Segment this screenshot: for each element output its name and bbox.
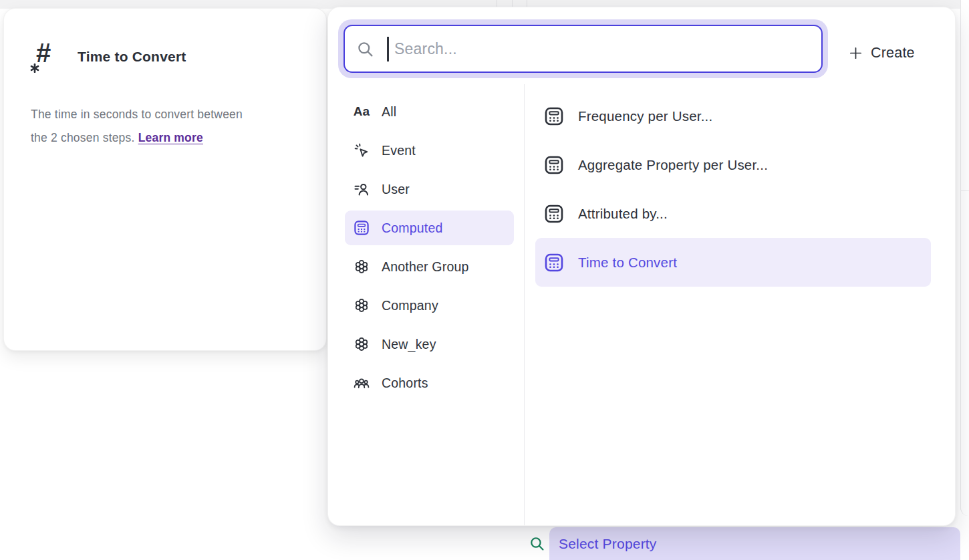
create-button[interactable]: Create: [844, 38, 919, 67]
cursor-click-icon: [354, 142, 370, 158]
item-aggregate-property-per-user[interactable]: Aggregate Property per User...: [535, 140, 931, 189]
plus-icon: [848, 45, 863, 61]
item-frequency-per-user[interactable]: Frequency per User...: [535, 92, 931, 140]
property-select-row: Select Property: [495, 525, 960, 560]
item-attributed-by[interactable]: Attributed by...: [535, 189, 931, 238]
text-aa-icon: Aa: [354, 104, 370, 120]
group-flower-icon: [354, 336, 370, 352]
property-item-list: Frequency per User... Aggregate Property…: [535, 92, 931, 287]
calculator-icon: [354, 220, 370, 236]
group-flower-icon: [354, 259, 370, 275]
calculator-icon: [544, 155, 564, 175]
hash-asterisk-icon: #: [29, 39, 64, 74]
tooltip-description: The time in seconds to convert between t…: [31, 103, 298, 150]
tooltip-title: Time to Convert: [78, 49, 186, 65]
tooltip-card-header: # Time to Convert: [29, 39, 186, 74]
search-icon: [356, 40, 374, 58]
select-property-field[interactable]: Select Property: [549, 527, 960, 560]
search-icon: [529, 535, 545, 552]
select-property-label: Select Property: [559, 536, 657, 552]
text-cursor: [387, 37, 389, 61]
category-computed[interactable]: Computed: [345, 211, 514, 245]
search-field[interactable]: [343, 25, 823, 73]
category-user[interactable]: User: [345, 172, 514, 206]
group-flower-icon: [354, 297, 370, 313]
calculator-icon: [544, 204, 564, 224]
user-list-icon: [354, 181, 370, 197]
category-new-key[interactable]: New_key: [345, 327, 514, 362]
property-tooltip-card: # Time to Convert The time in seconds to…: [3, 8, 327, 351]
category-cohorts[interactable]: Cohorts: [345, 366, 514, 400]
category-event[interactable]: Event: [345, 133, 514, 168]
category-all[interactable]: Aa All: [345, 94, 514, 129]
background-divider: [960, 190, 969, 191]
item-time-to-convert[interactable]: Time to Convert: [535, 238, 931, 287]
search-input[interactable]: [345, 26, 821, 72]
learn-more-link[interactable]: Learn more: [138, 131, 203, 144]
property-picker-dropdown: Create Aa All Event: [327, 7, 956, 526]
category-another-group[interactable]: Another Group: [345, 249, 514, 284]
calculator-icon: [544, 106, 564, 126]
search-focus-halo: [338, 19, 828, 78]
picker-divider: [524, 84, 525, 525]
calculator-icon: [544, 253, 564, 273]
category-company[interactable]: Company: [345, 288, 514, 323]
create-button-label: Create: [871, 45, 915, 61]
background-right-panel-edge: [960, 0, 969, 516]
category-list: Aa All Event: [345, 94, 514, 400]
people-group-icon: [354, 375, 370, 391]
